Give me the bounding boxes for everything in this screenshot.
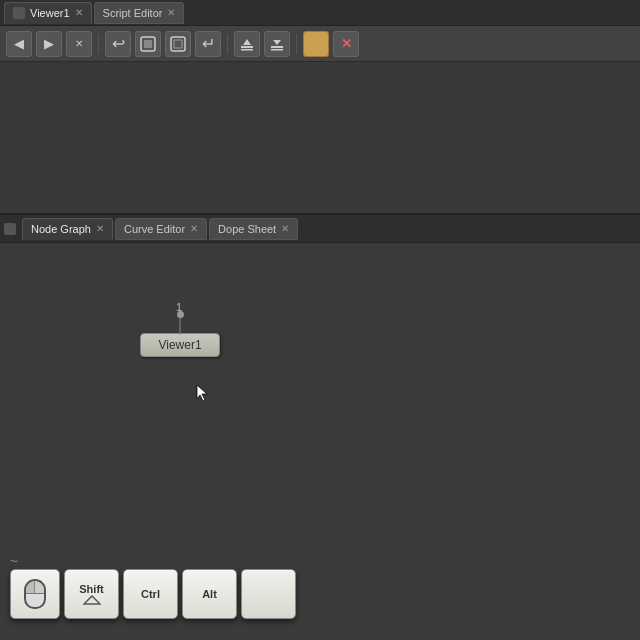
svg-rect-7 xyxy=(271,46,283,48)
ctrl-key[interactable]: Ctrl xyxy=(123,569,178,619)
tab-curve-editor-close[interactable]: ✕ xyxy=(190,224,198,234)
mouse-left-btn xyxy=(26,581,35,593)
node-graph-area[interactable]: 1 Viewer1 ~ xyxy=(0,243,640,640)
tab-node-graph-label: Node Graph xyxy=(31,223,91,235)
top-toolbar: ◀ ▶ ✕ ↩ ↵ ✕ xyxy=(0,26,640,62)
tab-dope-sheet[interactable]: Dope Sheet ✕ xyxy=(209,218,298,240)
tab-node-graph[interactable]: Node Graph ✕ xyxy=(22,218,113,240)
svg-marker-6 xyxy=(243,39,251,45)
viewer-content xyxy=(0,62,640,213)
tab-dope-sheet-close[interactable]: ✕ xyxy=(281,224,289,234)
tab-script-editor[interactable]: Script Editor ✕ xyxy=(94,2,185,24)
tab-viewer1[interactable]: Viewer1 ✕ xyxy=(4,2,92,24)
viewer1-icon xyxy=(13,7,25,19)
back-button[interactable]: ◀ xyxy=(6,31,32,57)
svg-marker-9 xyxy=(273,40,281,45)
svg-rect-10 xyxy=(309,37,323,51)
svg-rect-1 xyxy=(144,40,152,48)
shift-key[interactable]: Shift xyxy=(64,569,119,619)
tab-viewer1-close[interactable]: ✕ xyxy=(75,8,83,18)
alt-label: Alt xyxy=(202,588,217,600)
shortcuts-area: ~ Shift xyxy=(0,545,320,640)
bottom-panel: Node Graph ✕ Curve Editor ✕ Dope Sheet ✕… xyxy=(0,215,640,640)
svg-rect-2 xyxy=(171,37,185,51)
tab-curve-editor[interactable]: Curve Editor ✕ xyxy=(115,218,207,240)
forward-button[interactable]: ▶ xyxy=(36,31,62,57)
mouse-divider xyxy=(26,593,44,594)
download-button[interactable] xyxy=(234,31,260,57)
blank-key[interactable] xyxy=(241,569,296,619)
tab-node-graph-close[interactable]: ✕ xyxy=(96,224,104,234)
svg-rect-3 xyxy=(174,40,182,48)
upload-button[interactable] xyxy=(264,31,290,57)
mouse-right-btn xyxy=(35,581,44,593)
mouse-body-icon xyxy=(24,579,46,609)
key-row: Shift Ctrl Alt xyxy=(10,569,310,619)
close-button[interactable]: ✕ xyxy=(66,31,92,57)
tab-dope-sheet-label: Dope Sheet xyxy=(218,223,276,235)
clear-button[interactable]: ✕ xyxy=(333,31,359,57)
tilde-icon: ~ xyxy=(10,553,18,569)
node-label: Viewer1 xyxy=(158,338,201,352)
alt-key[interactable]: Alt xyxy=(182,569,237,619)
shift-icon xyxy=(83,595,101,605)
tab-script-editor-label: Script Editor xyxy=(103,7,163,19)
panel-icon xyxy=(4,223,16,235)
ctrl-label: Ctrl xyxy=(141,588,160,600)
separator-1 xyxy=(98,34,99,54)
svg-marker-11 xyxy=(197,385,207,401)
tab-curve-editor-label: Curve Editor xyxy=(124,223,185,235)
node-connector-dot xyxy=(177,311,184,318)
top-tab-bar: Viewer1 ✕ Script Editor ✕ xyxy=(0,0,640,26)
shift-label: Shift xyxy=(79,583,103,595)
svg-marker-12 xyxy=(84,596,100,604)
separator-2 xyxy=(227,34,228,54)
tab-viewer1-label: Viewer1 xyxy=(30,7,70,19)
viewer2-button[interactable] xyxy=(165,31,191,57)
viewer-button[interactable] xyxy=(135,31,161,57)
node-box[interactable]: Viewer1 xyxy=(140,333,220,357)
viewer1-node[interactable]: 1 Viewer1 xyxy=(140,333,220,357)
undo-button[interactable]: ↩ xyxy=(105,31,131,57)
svg-rect-4 xyxy=(241,46,253,48)
svg-rect-5 xyxy=(241,49,253,51)
mouse-cursor xyxy=(195,383,209,401)
separator-3 xyxy=(296,34,297,54)
top-panel: Viewer1 ✕ Script Editor ✕ ◀ ▶ ✕ ↩ ↵ ✕ xyxy=(0,0,640,215)
enter-button[interactable]: ↵ xyxy=(195,31,221,57)
mouse-key[interactable] xyxy=(10,569,60,619)
bottom-tab-bar: Node Graph ✕ Curve Editor ✕ Dope Sheet ✕ xyxy=(0,215,640,243)
tab-script-editor-close[interactable]: ✕ xyxy=(167,8,175,18)
svg-rect-8 xyxy=(271,49,283,51)
color-button[interactable] xyxy=(303,31,329,57)
